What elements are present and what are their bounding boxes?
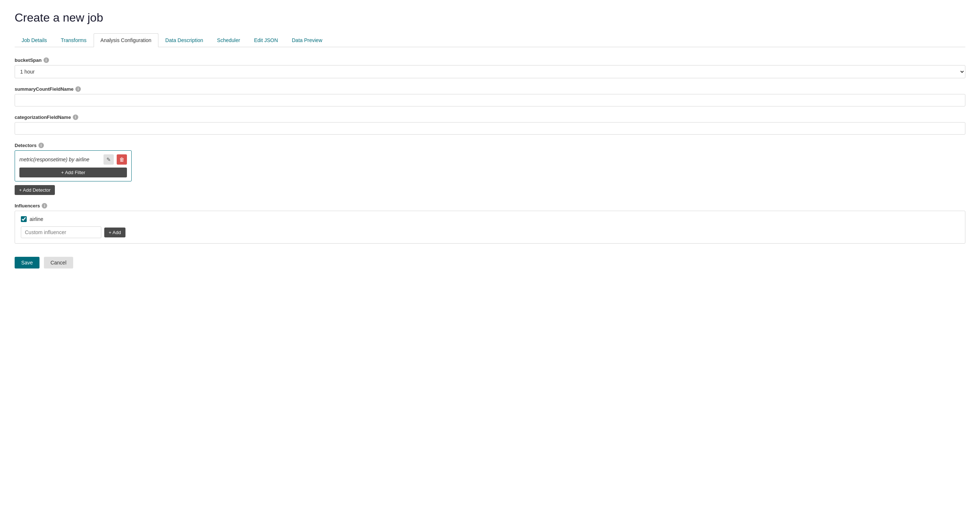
detector-text: metric(responsetime) by airline [19,157,100,162]
detector-item: metric(responsetime) by airline ✎ 🗑 + Ad… [14,150,132,181]
summary-count-info-icon: i [75,86,81,92]
tab-job-details[interactable]: Job Details [14,33,54,47]
influencer-airline-checkbox[interactable] [21,216,27,222]
detectors-label: Detectors i [14,143,966,148]
add-influencer-button[interactable]: + Add [104,228,126,237]
influencers-box: airline + Add [14,211,966,243]
add-detector-button[interactable]: + Add Detector [14,185,55,195]
categorization-field-section: categorizationFieldName i [14,115,966,135]
categorization-field-label: categorizationFieldName i [14,115,966,120]
bucket-span-label: bucketSpan i [14,57,966,63]
influencer-airline-label: airline [30,216,43,222]
save-button[interactable]: Save [14,257,40,269]
categorization-field-info-icon: i [73,115,78,120]
categorization-field-input[interactable] [14,122,966,135]
tab-transforms[interactable]: Transforms [54,33,93,47]
tab-data-description[interactable]: Data Description [158,33,210,47]
bucket-span-select[interactable]: 1 hour 15 minutes 30 minutes 2 hours 6 h… [14,65,966,78]
bucket-span-info-icon: i [43,57,49,63]
summary-count-input[interactable] [14,94,966,107]
summary-count-section: summaryCountFieldName i [14,86,966,107]
cancel-button[interactable]: Cancel [44,257,73,269]
tab-analysis-configuration[interactable]: Analysis Configuration [94,33,158,47]
bucket-span-section: bucketSpan i 1 hour 15 minutes 30 minute… [14,57,966,78]
tab-data-preview[interactable]: Data Preview [285,33,329,47]
tab-bar: Job Details Transforms Analysis Configur… [14,33,966,47]
detectors-section: Detectors i metric(responsetime) by airl… [14,143,966,195]
summary-count-label: summaryCountFieldName i [14,86,966,92]
influencers-info-icon: i [42,203,47,208]
footer-actions: Save Cancel [14,257,966,269]
detector-row: metric(responsetime) by airline ✎ 🗑 [19,154,127,165]
page-title: Create a new job [14,11,966,24]
detectors-info-icon: i [38,143,44,148]
influencers-section: Influencers i airline + Add [14,203,966,243]
custom-influencer-row: + Add [21,226,959,238]
custom-influencer-input[interactable] [21,226,101,238]
tab-scheduler[interactable]: Scheduler [210,33,247,47]
influencer-airline-row: airline [21,216,959,222]
add-filter-button[interactable]: + Add Filter [19,167,127,177]
delete-detector-button[interactable]: 🗑 [117,154,127,165]
tab-edit-json[interactable]: Edit JSON [247,33,285,47]
influencers-label: Influencers i [14,203,966,208]
edit-detector-button[interactable]: ✎ [103,154,114,165]
